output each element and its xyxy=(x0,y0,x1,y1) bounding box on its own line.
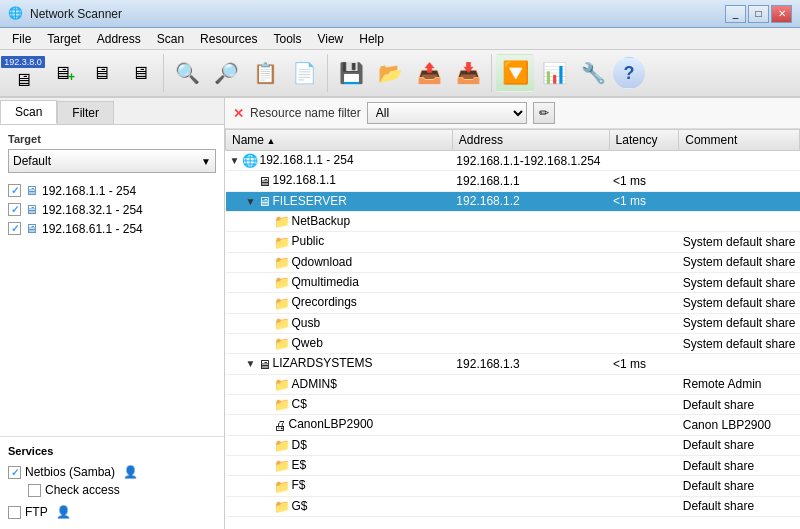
table-row[interactable]: 📁QdownloadSystem default share xyxy=(226,252,800,272)
tb-import-button[interactable]: 📥 xyxy=(449,54,487,92)
cell-name: 📁C$ xyxy=(226,394,453,414)
expand-icon[interactable]: ▼ xyxy=(246,196,258,207)
tb-disconnect-button[interactable]: 🖥 xyxy=(121,54,159,92)
menu-target[interactable]: Target xyxy=(39,30,88,48)
table-row[interactable]: 📁PublicSystem default share xyxy=(226,232,800,252)
table-row[interactable]: ▼🖥LIZARDSYSTEMS192.168.1.3<1 ms xyxy=(226,354,800,374)
scan-range-label-3: 192.168.61.1 - 254 xyxy=(42,222,143,236)
menu-resources[interactable]: Resources xyxy=(192,30,265,48)
tb-filter-button[interactable]: 🔽 xyxy=(496,54,534,92)
node-name: NetBackup xyxy=(292,214,351,228)
close-button[interactable]: ✕ xyxy=(771,5,792,23)
scan-range-checkbox-3[interactable] xyxy=(8,222,21,235)
table-row[interactable]: 📁NetBackup xyxy=(226,211,800,231)
scan-range-checkbox-1[interactable] xyxy=(8,184,21,197)
netbios-checkbox[interactable] xyxy=(8,466,21,479)
tb-scan-paste-button[interactable]: 📄 xyxy=(285,54,323,92)
table-row[interactable]: 📁G$Default share xyxy=(226,496,800,516)
ftp-label: FTP xyxy=(25,505,48,519)
toolbar-group-3: 💾 📂 📤 📥 xyxy=(332,54,492,92)
table-row[interactable]: 📁ADMIN$Remote Admin xyxy=(226,374,800,394)
maximize-button[interactable]: □ xyxy=(748,5,769,23)
table-row[interactable]: ▼🌐192.168.1.1 - 254192.168.1.1-192.168.1… xyxy=(226,151,800,171)
table-row[interactable]: 📁D$Default share xyxy=(226,435,800,455)
scan-range-list: 🖥 192.168.1.1 - 254 🖥 192.168.32.1 - 254… xyxy=(8,181,216,238)
minimize-button[interactable]: _ xyxy=(725,5,746,23)
menu-scan[interactable]: Scan xyxy=(149,30,192,48)
cell-latency xyxy=(609,272,679,292)
cell-name: 📁NetBackup xyxy=(226,211,453,231)
scan-range-item-1: 🖥 192.168.1.1 - 254 xyxy=(8,181,216,200)
ftp-checkbox[interactable] xyxy=(8,506,21,519)
tb-scan-button[interactable]: 🔍 xyxy=(168,54,206,92)
cell-latency xyxy=(609,252,679,272)
expand-icon[interactable]: ▼ xyxy=(230,155,242,166)
cell-latency xyxy=(609,232,679,252)
check-access-checkbox[interactable] xyxy=(28,484,41,497)
node-name: G$ xyxy=(292,499,308,513)
menu-view[interactable]: View xyxy=(309,30,351,48)
menu-tools[interactable]: Tools xyxy=(265,30,309,48)
tb-scan-more-button[interactable]: 🔎 xyxy=(207,54,245,92)
table-row[interactable]: ▼🖥FILESERVER192.168.1.2<1 ms xyxy=(226,191,800,211)
check-access-label: Check access xyxy=(45,483,120,497)
menu-address[interactable]: Address xyxy=(89,30,149,48)
table-row[interactable]: 📁QusbSystem default share xyxy=(226,313,800,333)
tb-open-button[interactable]: 📂 xyxy=(371,54,409,92)
target-dropdown[interactable]: Default ▼ xyxy=(8,149,216,173)
col-header-comment[interactable]: Comment xyxy=(679,130,800,151)
table-row[interactable]: 🖥192.168.1.1192.168.1.1<1 ms xyxy=(226,171,800,191)
filter-label: Resource name filter xyxy=(250,106,361,120)
tb-add-computer-button[interactable]: 🖥 + xyxy=(43,54,81,92)
col-header-address[interactable]: Address xyxy=(452,130,609,151)
tb-save-button[interactable]: 💾 xyxy=(332,54,370,92)
node-name: E$ xyxy=(292,458,307,472)
tb-scan-copy-button[interactable]: 📋 xyxy=(246,54,284,92)
filter-edit-button[interactable]: ✏ xyxy=(533,102,555,124)
cell-latency xyxy=(609,151,679,171)
table-row[interactable]: 📁QwebSystem default share xyxy=(226,333,800,353)
tb-help-button[interactable]: ? xyxy=(613,57,645,89)
table-row[interactable]: 📁QrecordingsSystem default share xyxy=(226,293,800,313)
toolbar: 192.3.8.0 🖥 🖥 + 🖥 🖥 🔍 🔎 📋 📄 xyxy=(0,50,800,98)
cell-comment: System default share xyxy=(679,293,800,313)
tab-scan[interactable]: Scan xyxy=(0,100,57,124)
scan-range-checkbox-2[interactable] xyxy=(8,203,21,216)
menu-help[interactable]: Help xyxy=(351,30,392,48)
node-name: FILESERVER xyxy=(273,194,347,208)
node-icon: 🌐 xyxy=(242,153,258,168)
cell-name: 📁Qweb xyxy=(226,333,453,353)
filter-select[interactable]: All xyxy=(367,102,527,124)
tb-export-button[interactable]: 📤 xyxy=(410,54,448,92)
expand-icon[interactable]: ▼ xyxy=(246,358,258,369)
tb-settings-button[interactable]: 🔧 xyxy=(574,54,612,92)
tb-connect-button[interactable]: 🖥 xyxy=(82,54,120,92)
cell-address xyxy=(452,496,609,516)
tab-filter[interactable]: Filter xyxy=(57,101,114,124)
menu-file[interactable]: File xyxy=(4,30,39,48)
col-header-latency[interactable]: Latency xyxy=(609,130,679,151)
cell-comment xyxy=(679,151,800,171)
app-title: Network Scanner xyxy=(30,7,725,21)
cell-latency xyxy=(609,211,679,231)
cell-comment xyxy=(679,211,800,231)
cell-address xyxy=(452,333,609,353)
table-row[interactable]: 📁F$Default share xyxy=(226,476,800,496)
tb-add-ip-button[interactable]: 192.3.8.0 🖥 xyxy=(4,54,42,92)
col-header-name[interactable]: Name xyxy=(226,130,453,151)
tb-chart-button[interactable]: 📊 xyxy=(535,54,573,92)
target-dropdown-value: Default xyxy=(13,154,51,168)
cell-address xyxy=(452,272,609,292)
table-row[interactable]: 📁C$Default share xyxy=(226,394,800,414)
toolbar-group-2: 🔍 🔎 📋 📄 xyxy=(168,54,328,92)
cell-name: 📁Qmultimedia xyxy=(226,272,453,292)
node-name: ADMIN$ xyxy=(292,377,337,391)
table-row[interactable]: 📁QmultimediaSystem default share xyxy=(226,272,800,292)
cell-address xyxy=(452,232,609,252)
filter-clear-button[interactable]: ✕ xyxy=(233,106,244,121)
table-row[interactable]: 🖨CanonLBP2900Canon LBP2900 xyxy=(226,415,800,435)
table-row[interactable]: 📁E$Default share xyxy=(226,455,800,475)
scan-range-label-2: 192.168.32.1 - 254 xyxy=(42,203,143,217)
scan-range-item-3: 🖥 192.168.61.1 - 254 xyxy=(8,219,216,238)
netbios-user-icon: 👤 xyxy=(123,465,138,479)
